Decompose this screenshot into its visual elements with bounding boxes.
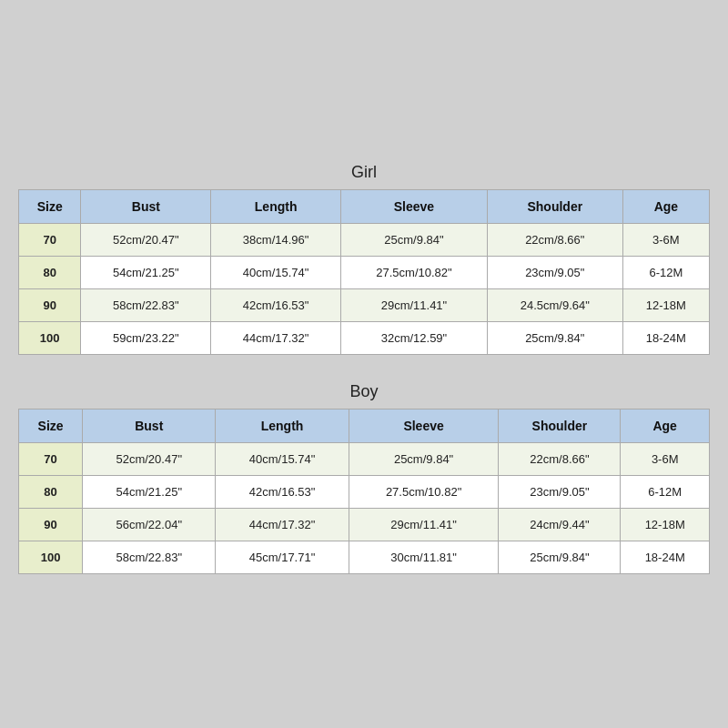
table-cell: 100 [19,322,81,355]
table-cell: 6-12M [621,476,710,509]
table-cell: 27.5cm/10.82" [349,476,499,509]
girl-table: Size Bust Length Sleeve Shoulder Age 705… [18,189,710,355]
table-cell: 23cm/9.05" [487,257,622,289]
boy-col-shoulder: Shoulder [499,410,621,443]
table-cell: 25cm/9.84" [341,224,488,257]
table-cell: 70 [19,443,83,476]
table-cell: 42cm/16.53" [211,289,341,322]
table-cell: 24.5cm/9.64" [487,289,622,322]
table-cell: 6-12M [622,257,709,289]
table-cell: 3-6M [621,443,710,476]
girl-col-shoulder: Shoulder [487,190,622,224]
girl-col-sleeve: Sleeve [341,190,488,224]
table-cell: 56cm/22.04" [83,509,216,541]
table-cell: 38cm/14.96" [211,224,341,257]
table-cell: 100 [19,541,83,574]
table-cell: 54cm/21.25" [83,476,216,509]
table-cell: 54cm/21.25" [81,257,211,289]
table-cell: 70 [19,224,81,257]
table-row: 9056cm/22.04"44cm/17.32"29cm/11.41"24cm/… [19,509,710,541]
table-row: 7052cm/20.47"38cm/14.96"25cm/9.84"22cm/8… [19,224,710,257]
table-cell: 90 [19,509,83,541]
table-cell: 40cm/15.74" [211,257,341,289]
table-cell: 58cm/22.83" [81,289,211,322]
boy-col-age: Age [621,410,710,443]
table-cell: 12-18M [621,509,710,541]
boy-col-length: Length [216,410,349,443]
table-cell: 30cm/11.81" [349,541,499,574]
girl-col-size: Size [19,190,81,224]
girl-col-bust: Bust [81,190,211,224]
boy-col-size: Size [19,410,83,443]
table-cell: 90 [19,289,81,322]
girl-header-row: Size Bust Length Sleeve Shoulder Age [19,190,710,224]
table-row: 10059cm/23.22"44cm/17.32"32cm/12.59"25cm… [19,322,710,355]
boy-col-sleeve: Sleeve [349,410,499,443]
table-cell: 27.5cm/10.82" [341,257,488,289]
table-row: 8054cm/21.25"42cm/16.53"27.5cm/10.82"23c… [19,476,710,509]
table-cell: 25cm/9.84" [499,541,621,574]
boy-title: Boy [18,373,710,409]
table-cell: 25cm/9.84" [349,443,499,476]
table-cell: 25cm/9.84" [487,322,622,355]
table-cell: 23cm/9.05" [499,476,621,509]
table-cell: 32cm/12.59" [341,322,488,355]
table-cell: 29cm/11.41" [341,289,488,322]
boy-table: Size Bust Length Sleeve Shoulder Age 705… [18,409,710,574]
girl-title: Girl [18,154,710,189]
table-row: 8054cm/21.25"40cm/15.74"27.5cm/10.82"23c… [19,257,710,289]
table-cell: 44cm/17.32" [211,322,341,355]
section-gap [18,355,710,373]
boy-section: Boy Size Bust Length Sleeve Shoulder Age… [18,373,710,574]
main-container: Girl Size Bust Length Sleeve Shoulder Ag… [18,154,710,574]
table-cell: 52cm/20.47" [81,224,211,257]
table-cell: 22cm/8.66" [499,443,621,476]
table-cell: 42cm/16.53" [216,476,349,509]
table-cell: 40cm/15.74" [216,443,349,476]
table-row: 7052cm/20.47"40cm/15.74"25cm/9.84"22cm/8… [19,443,710,476]
table-cell: 58cm/22.83" [83,541,216,574]
table-row: 9058cm/22.83"42cm/16.53"29cm/11.41"24.5c… [19,289,710,322]
table-cell: 52cm/20.47" [83,443,216,476]
boy-header-row: Size Bust Length Sleeve Shoulder Age [19,410,710,443]
table-cell: 18-24M [622,322,709,355]
table-cell: 22cm/8.66" [487,224,622,257]
girl-col-length: Length [211,190,341,224]
girl-col-age: Age [622,190,709,224]
table-cell: 80 [19,257,81,289]
table-row: 10058cm/22.83"45cm/17.71"30cm/11.81"25cm… [19,541,710,574]
table-cell: 24cm/9.44" [499,509,621,541]
table-cell: 80 [19,476,83,509]
table-cell: 45cm/17.71" [216,541,349,574]
boy-col-bust: Bust [83,410,216,443]
table-cell: 59cm/23.22" [81,322,211,355]
table-cell: 12-18M [622,289,709,322]
table-cell: 44cm/17.32" [216,509,349,541]
girl-section: Girl Size Bust Length Sleeve Shoulder Ag… [18,154,710,355]
table-cell: 3-6M [622,224,709,257]
table-cell: 29cm/11.41" [349,509,499,541]
table-cell: 18-24M [621,541,710,574]
